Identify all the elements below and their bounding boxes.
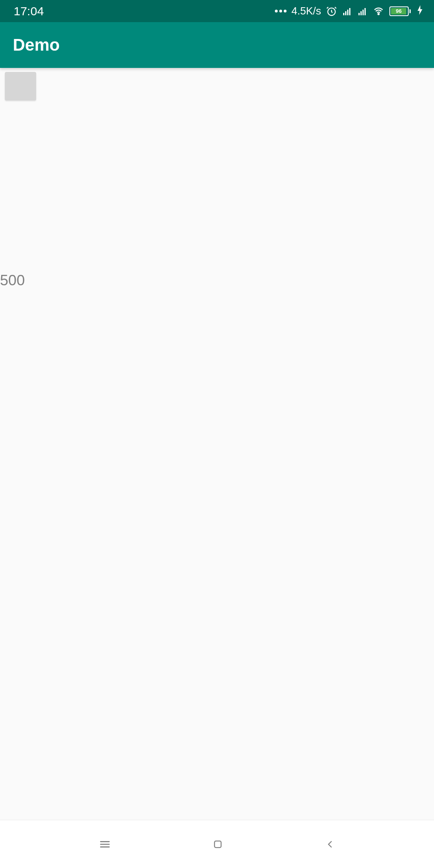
content-area: 500 bbox=[0, 68, 434, 820]
app-bar: Demo bbox=[0, 22, 434, 68]
signal-icon-1 bbox=[342, 6, 352, 16]
charging-icon bbox=[417, 5, 423, 17]
home-icon[interactable] bbox=[212, 839, 223, 850]
svg-point-9 bbox=[378, 13, 379, 14]
svg-rect-2 bbox=[345, 11, 346, 15]
back-icon[interactable] bbox=[324, 839, 336, 850]
status-bar: 17:04 4.5K/s bbox=[0, 0, 434, 22]
signal-icon-2 bbox=[357, 6, 368, 16]
app-title: Demo bbox=[13, 35, 60, 55]
svg-rect-6 bbox=[360, 11, 362, 15]
placeholder-button[interactable] bbox=[5, 72, 36, 100]
navigation-bar bbox=[0, 820, 434, 868]
status-time: 17:04 bbox=[14, 4, 44, 18]
svg-rect-13 bbox=[215, 841, 221, 847]
svg-rect-4 bbox=[349, 8, 350, 15]
battery-icon: 96 bbox=[389, 6, 411, 16]
alarm-icon bbox=[326, 6, 337, 17]
wifi-icon bbox=[373, 6, 385, 16]
svg-rect-5 bbox=[358, 13, 360, 15]
svg-rect-7 bbox=[362, 10, 364, 15]
svg-rect-3 bbox=[347, 10, 348, 15]
menu-icon[interactable] bbox=[98, 838, 111, 851]
network-speed: 4.5K/s bbox=[291, 5, 321, 17]
svg-rect-8 bbox=[364, 8, 366, 15]
battery-percent: 96 bbox=[396, 8, 401, 14]
more-dots-icon bbox=[275, 10, 287, 12]
svg-rect-1 bbox=[343, 13, 344, 15]
value-text: 500 bbox=[0, 272, 25, 289]
status-right: 4.5K/s bbox=[275, 5, 423, 17]
